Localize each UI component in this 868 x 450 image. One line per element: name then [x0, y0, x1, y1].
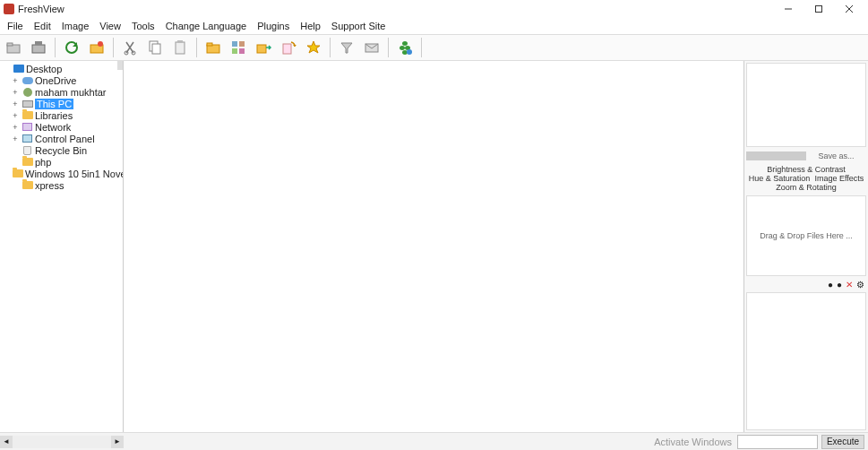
tree-item-label: maham mukhtar [35, 87, 106, 98]
settings-icon[interactable]: ⚙ [856, 280, 864, 290]
tree-item[interactable]: Recycle Bin [0, 144, 123, 156]
tree-item[interactable]: Desktop [0, 63, 123, 74]
toolbar-copy-button[interactable] [143, 36, 167, 59]
drive-icon [21, 99, 33, 108]
menu-bar: File Edit Image View Tools Change Langua… [0, 18, 868, 34]
toolbar-favorite-button[interactable] [302, 36, 325, 59]
svg-point-7 [66, 42, 77, 53]
menu-edit[interactable]: Edit [29, 20, 56, 32]
window-title: FreshView [18, 4, 64, 14]
svg-rect-23 [283, 44, 291, 54]
dot-icon[interactable]: ● [828, 280, 833, 290]
tree-scroll-corner[interactable] [117, 61, 123, 70]
toolbar-filter-button[interactable] [335, 36, 358, 59]
tree-item[interactable]: +This PC [0, 98, 123, 109]
svg-rect-21 [239, 48, 245, 54]
toolbar-plugin-button[interactable] [393, 36, 417, 59]
toolbar-save-button[interactable] [27, 36, 50, 59]
preview-box [746, 63, 866, 147]
svg-rect-22 [257, 45, 266, 53]
toolbar-mail-button[interactable] [360, 36, 383, 59]
toolbar-export-button[interactable] [252, 36, 275, 59]
tree-item[interactable]: +Network [0, 121, 123, 133]
tree-toggle-icon[interactable]: + [11, 111, 20, 120]
svg-rect-20 [232, 48, 237, 54]
scroll-right-button[interactable]: ► [111, 436, 124, 448]
tree-item[interactable]: +Libraries [0, 109, 123, 121]
svg-rect-13 [152, 44, 160, 54]
tree-item[interactable]: Windows 10 5in1 November (x6 [0, 168, 123, 179]
maximize-button[interactable] [804, 0, 834, 18]
title-bar: FreshView [0, 0, 868, 18]
cloud-icon [21, 75, 33, 85]
tab-hue-saturation[interactable]: Hue & Saturation [748, 174, 812, 183]
folder-icon [21, 157, 33, 167]
user-icon [21, 87, 33, 97]
tree-toggle-icon[interactable]: + [11, 76, 20, 85]
net-icon [21, 122, 33, 132]
scroll-track[interactable] [13, 436, 111, 448]
tree-toggle-icon[interactable]: + [11, 134, 20, 143]
toolbar-rotate-button[interactable] [277, 36, 300, 59]
tab-brightness-contrast[interactable]: Brightness & Contrast [766, 165, 847, 174]
toolbar-folder-button[interactable] [202, 36, 225, 59]
content-view[interactable] [124, 61, 744, 432]
menu-file[interactable]: File [2, 20, 29, 32]
toolbar-cut-button[interactable] [118, 36, 142, 59]
tree-item[interactable]: +OneDrive [0, 74, 123, 86]
menu-support-site[interactable]: Support Site [326, 20, 391, 32]
toolbar-paste-button[interactable] [168, 36, 192, 59]
svg-rect-14 [176, 42, 185, 54]
tree-item[interactable]: +Control Panel [0, 133, 123, 144]
menu-view[interactable]: View [94, 20, 126, 32]
tab-image-effects[interactable]: Image Effects [813, 174, 864, 183]
close-button[interactable] [834, 0, 864, 18]
toolbar-browse-button[interactable] [85, 36, 108, 59]
tree-item[interactable]: xpress [0, 179, 123, 191]
minimize-button[interactable] [773, 0, 804, 18]
tree-toggle-icon[interactable]: + [11, 88, 20, 97]
scroll-left-button[interactable]: ◄ [0, 436, 13, 448]
execute-button[interactable]: Execute [821, 435, 864, 449]
adjust-tabs: Brightness & Contrast Hue & Saturation I… [744, 163, 868, 194]
tree-toggle-icon[interactable]: + [11, 100, 20, 108]
toolbar-refresh-button[interactable] [60, 36, 83, 59]
menu-plugins[interactable]: Plugins [252, 20, 295, 32]
menu-help[interactable]: Help [295, 20, 326, 32]
save-as-row: Save as... [746, 149, 866, 163]
svg-rect-18 [232, 41, 237, 47]
dot2-icon[interactable]: ● [837, 280, 842, 290]
tree-item-label: Network [35, 122, 71, 133]
folder-tree[interactable]: Desktop+OneDrive+maham mukhtar+This PC+L… [0, 61, 123, 193]
svg-rect-6 [32, 45, 45, 53]
tree-item[interactable]: +maham mukhtar [0, 86, 123, 98]
queue-box [746, 292, 866, 430]
tree-item[interactable]: php [0, 156, 123, 168]
menu-change-language[interactable]: Change Language [160, 20, 253, 32]
tree-item-label: Recycle Bin [35, 145, 87, 156]
drop-controls: ● ● ✕ ⚙ [744, 278, 868, 290]
svg-rect-1 [816, 6, 822, 13]
tree-item-label: xpress [35, 180, 64, 191]
drop-zone[interactable]: Drag & Drop Files Here ... [746, 195, 866, 276]
save-as-tab[interactable]: Save as... [806, 151, 866, 160]
toolbar-open-button[interactable] [2, 36, 25, 59]
folder-icon [21, 180, 33, 190]
tree-item-label: Control Panel [35, 134, 95, 144]
desktop-icon [13, 64, 24, 74]
menu-tools[interactable]: Tools [126, 20, 160, 32]
toolbar-thumbnails-button[interactable] [227, 36, 250, 59]
menu-image[interactable]: Image [56, 20, 95, 32]
app-icon [4, 4, 14, 14]
tab-zoom-rotating[interactable]: Zoom & Rotating [775, 183, 838, 192]
cp-icon [21, 134, 33, 143]
action-combo[interactable] [737, 435, 818, 449]
svg-point-9 [98, 41, 103, 47]
svg-rect-19 [239, 41, 245, 47]
remove-icon[interactable]: ✕ [846, 280, 853, 290]
tree-hscrollbar[interactable]: ◄ ► [0, 436, 124, 448]
right-panel: Save as... Brightness & Contrast Hue & S… [744, 61, 868, 432]
save-as-tab-blank[interactable] [746, 151, 806, 160]
tree-toggle-icon[interactable]: + [11, 123, 20, 132]
status-bar: ◄ ► Activate Windows Execute [0, 432, 868, 450]
